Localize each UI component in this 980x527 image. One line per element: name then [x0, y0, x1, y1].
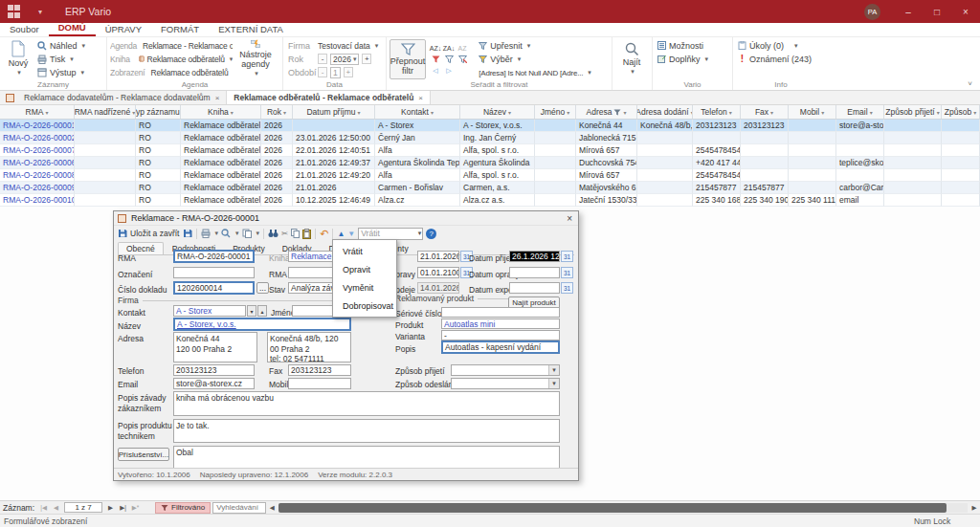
- quick-access-chevron-icon[interactable]: ▾: [38, 8, 42, 16]
- column-dropdown-icon[interactable]: ▾: [431, 109, 434, 116]
- restore-button[interactable]: □: [923, 0, 951, 23]
- prislusenstvi-field[interactable]: Obal: [173, 446, 560, 469]
- column-header[interactable]: Adresa dodání▾: [637, 105, 693, 119]
- column-header[interactable]: Způsob přijetí▾: [884, 105, 942, 119]
- grid-cell[interactable]: 2545478454: [693, 144, 741, 157]
- grid-cell[interactable]: Agentura Školinda Teplice: [375, 157, 460, 169]
- table-row[interactable]: RMA-O-2026-00006ROReklamace odběratelů20…: [0, 157, 980, 169]
- grid-cell[interactable]: A - Storex: [375, 120, 460, 132]
- telefon-field[interactable]: 203123123: [173, 364, 255, 376]
- grid-cell[interactable]: [741, 132, 789, 144]
- grid-cell[interactable]: [789, 157, 836, 169]
- rok-value[interactable]: 2026▾: [330, 54, 359, 65]
- grid-cell[interactable]: [535, 120, 576, 132]
- column-header[interactable]: Typ záznamu▾: [136, 105, 181, 119]
- last-record-button[interactable]: ▶|: [117, 502, 129, 513]
- column-dropdown-icon[interactable]: ▾: [283, 109, 286, 116]
- kniha-combo[interactable]: Kniha Reklamace odběratelů▾: [110, 53, 233, 65]
- save-and-close-button[interactable]: Uložit a zavřít: [118, 229, 180, 238]
- nazev-field[interactable]: A - Storex, v.o.s.: [173, 318, 351, 331]
- grid-cell[interactable]: 203123123: [741, 120, 789, 132]
- grid-cell[interactable]: 21.01.2026 12:49:37: [293, 157, 375, 169]
- grid-cell[interactable]: [741, 144, 789, 157]
- grid-cell[interactable]: 2026: [261, 120, 293, 132]
- column-dropdown-icon[interactable]: ▾: [508, 109, 511, 116]
- ribbon-tab-formát[interactable]: FORMÁT: [151, 24, 209, 36]
- column-header[interactable]: Mobil▾: [789, 105, 836, 119]
- grid-cell[interactable]: [75, 144, 136, 157]
- grid-cell[interactable]: 22.01.2026 12:40:51: [293, 144, 375, 157]
- horizontal-scrollbar[interactable]: [278, 503, 968, 513]
- datum-opravy-field[interactable]: [509, 267, 560, 278]
- addins-button[interactable]: Doplňky▾: [656, 53, 729, 65]
- grid-cell[interactable]: Reklamace odběratelů: [181, 182, 261, 194]
- rma-field[interactable]: RMA-O-2026-00001: [173, 250, 255, 263]
- close-button[interactable]: ×: [951, 0, 980, 23]
- grid-cell[interactable]: [836, 169, 884, 182]
- grid-cell[interactable]: Mírová 657: [576, 169, 637, 182]
- grid-cell[interactable]: [942, 157, 980, 169]
- calendar-icon[interactable]: 31: [561, 267, 573, 278]
- close-tab-icon[interactable]: ×: [215, 94, 220, 102]
- rma-link-cell[interactable]: RMA-O-2026-00010: [0, 194, 75, 207]
- datum-expedice-field[interactable]: [509, 282, 560, 294]
- kontakt-combo[interactable]: A - Storex: [173, 305, 246, 317]
- column-dropdown-icon[interactable]: ▾: [45, 109, 48, 116]
- grid-cell[interactable]: [884, 182, 942, 194]
- table-row[interactable]: RMA-O-2026-00010ROReklamace odběratelů20…: [0, 194, 980, 207]
- table-row[interactable]: RMA-O-2026-00007ROReklamace odběratelů20…: [0, 144, 980, 157]
- sort-descending-icon[interactable]: ZA↓: [442, 43, 456, 54]
- grid-cell[interactable]: [693, 132, 741, 144]
- document-tab[interactable]: Reklamace odběratelů - Reklamace odběrat…: [227, 91, 431, 104]
- seriove-cislo-field[interactable]: [441, 307, 560, 318]
- ribbon-tab-domů[interactable]: DOMŮ: [49, 22, 96, 36]
- cislo-dokladu-field[interactable]: 1202600014: [173, 281, 255, 295]
- grid-cell[interactable]: +420 417 445 2.: [693, 157, 741, 169]
- mobil-field[interactable]: [288, 378, 351, 389]
- grid-cell[interactable]: Alfa, spol. s r.o.: [460, 169, 535, 182]
- grid-cell[interactable]: RO: [136, 132, 181, 144]
- notifications-button[interactable]: ! Oznámení (243): [736, 53, 826, 65]
- grid-cell[interactable]: 225 340 168: [693, 194, 741, 207]
- tasks-button[interactable]: Úkoly (0)▾: [736, 39, 826, 52]
- grid-cell[interactable]: Carmen, a.s.: [460, 182, 535, 194]
- help-icon[interactable]: ?: [426, 229, 436, 239]
- rma-link-cell[interactable]: RMA-O-2026-00008: [0, 169, 75, 182]
- zaruka-field[interactable]: 01.01.2100: [417, 267, 459, 278]
- grid-cell[interactable]: [741, 157, 789, 169]
- obdobi-minus-button[interactable]: -: [318, 67, 327, 77]
- new-record-button[interactable]: ▶*: [129, 502, 142, 513]
- grid-cell[interactable]: Reklamace odběratelů: [181, 169, 261, 182]
- grid-cell[interactable]: Reklamace odběratelů: [181, 157, 261, 169]
- column-dropdown-icon[interactable]: ▾: [567, 109, 569, 116]
- print-button[interactable]: Tisk▾: [35, 53, 87, 65]
- grid-cell[interactable]: Carmen - Bořislav: [375, 182, 460, 194]
- first-record-button[interactable]: |◀: [37, 502, 50, 513]
- grid-cell[interactable]: 21.01.2026: [293, 182, 375, 194]
- ribbon-tab-úpravy[interactable]: ÚPRAVY: [96, 24, 151, 36]
- grid-cell[interactable]: [637, 132, 693, 144]
- grid-cell[interactable]: [836, 144, 884, 157]
- grid-cell[interactable]: [884, 194, 942, 207]
- column-dropdown-icon[interactable]: ▾: [821, 109, 824, 116]
- dialog-titlebar[interactable]: Reklamace - RMA-O-2026-00001 ×: [114, 211, 578, 226]
- minimize-button[interactable]: –: [894, 0, 923, 23]
- column-dropdown-icon[interactable]: ▾: [870, 109, 873, 116]
- grid-cell[interactable]: 215457877: [693, 182, 741, 194]
- column-header[interactable]: Jméno▾: [535, 105, 576, 119]
- firma-combo[interactable]: Firma Testovací data▾: [286, 39, 383, 52]
- table-row[interactable]: RMA-O-2026-00002ROReklamace odběratelů20…: [0, 132, 980, 144]
- find-button[interactable]: Najít▾: [615, 39, 648, 77]
- filter-remove-icon[interactable]: [456, 55, 469, 65]
- column-header[interactable]: Email▾: [836, 105, 884, 119]
- grid-cell[interactable]: Konečná 48/b, 120: [637, 120, 693, 132]
- column-dropdown-icon[interactable]: ▾: [973, 109, 976, 116]
- rma-link-cell[interactable]: RMA-O-2026-00009: [0, 182, 75, 194]
- record-position[interactable]: 1 z 7: [64, 502, 102, 513]
- grid-cell[interactable]: [884, 169, 942, 182]
- grid-cell[interactable]: 2026: [261, 132, 293, 144]
- obdobi-stepper[interactable]: Období - 1 +: [286, 66, 383, 78]
- column-dropdown-icon[interactable]: ▾: [937, 109, 940, 116]
- grid-cell[interactable]: [637, 169, 693, 182]
- datum-vystaveni-field[interactable]: 21.01.2026: [417, 251, 459, 262]
